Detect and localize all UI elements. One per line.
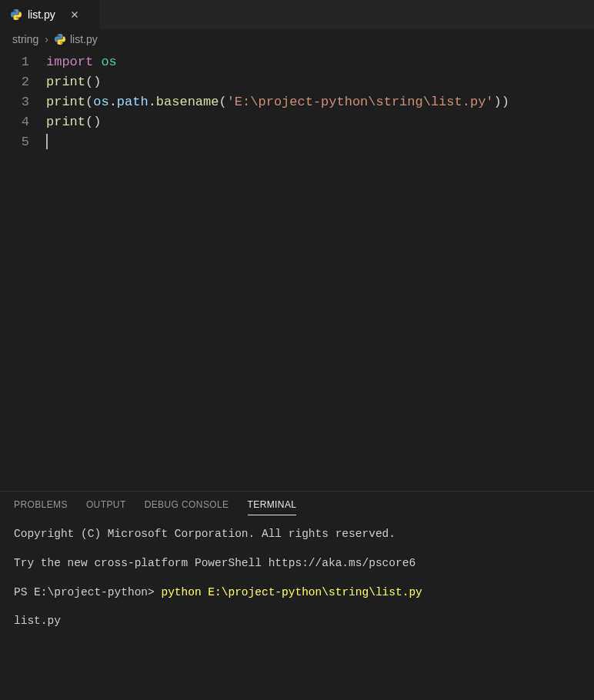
bottom-panel: PROBLEMS OUTPUT DEBUG CONSOLE TERMINAL C… bbox=[0, 491, 594, 700]
python-icon bbox=[55, 34, 65, 45]
code-line[interactable] bbox=[46, 132, 594, 152]
line-number: 4 bbox=[0, 112, 29, 132]
line-number: 1 bbox=[0, 52, 29, 72]
terminal-prompt: PS E:\project-python> bbox=[14, 586, 161, 598]
breadcrumb-label: string bbox=[12, 33, 38, 45]
terminal-prompt-line: PS E:\project-python> python E:\project-… bbox=[14, 585, 580, 602]
terminal-command: python E:\project-python\string\list.py bbox=[161, 586, 422, 598]
chevron-right-icon: › bbox=[45, 33, 48, 45]
code-editor[interactable]: 12345 import osprint()print(os.path.base… bbox=[0, 49, 594, 491]
python-icon bbox=[11, 9, 22, 20]
terminal-line: Copyright (C) Microsoft Corporation. All… bbox=[14, 526, 580, 543]
code-line[interactable]: print() bbox=[46, 112, 594, 132]
tab-problems[interactable]: PROBLEMS bbox=[14, 499, 68, 515]
code-line[interactable]: print(os.path.basename('E:\project-pytho… bbox=[46, 92, 594, 112]
tabs-bar: list.py bbox=[0, 0, 594, 29]
terminal-output: list.py bbox=[14, 613, 580, 630]
tab-debug-console[interactable]: DEBUG CONSOLE bbox=[145, 499, 229, 515]
breadcrumb[interactable]: string › list.py bbox=[0, 29, 594, 49]
code-line[interactable]: import os bbox=[46, 52, 594, 72]
line-number: 5 bbox=[0, 132, 29, 152]
line-number: 3 bbox=[0, 92, 29, 112]
text-cursor bbox=[46, 134, 48, 149]
tab-output[interactable]: OUTPUT bbox=[86, 499, 126, 515]
breadcrumb-label: list.py bbox=[70, 33, 98, 45]
breadcrumb-item-file[interactable]: list.py bbox=[55, 33, 98, 45]
tab-title: list.py bbox=[28, 8, 55, 21]
tab-terminal[interactable]: TERMINAL bbox=[248, 499, 297, 515]
code-area[interactable]: import osprint()print(os.path.basename('… bbox=[46, 52, 594, 491]
tab-list-py[interactable]: list.py bbox=[0, 0, 100, 29]
panel-tabs: PROBLEMS OUTPUT DEBUG CONSOLE TERMINAL bbox=[0, 492, 594, 518]
terminal-content[interactable]: Copyright (C) Microsoft Corporation. All… bbox=[0, 518, 594, 700]
code-line[interactable]: print() bbox=[46, 72, 594, 92]
line-number: 2 bbox=[0, 72, 29, 92]
terminal-line: Try the new cross-platform PowerShell ht… bbox=[14, 555, 580, 572]
breadcrumb-item-string[interactable]: string bbox=[12, 33, 38, 45]
line-gutter: 12345 bbox=[0, 52, 46, 491]
close-icon[interactable] bbox=[68, 8, 82, 22]
